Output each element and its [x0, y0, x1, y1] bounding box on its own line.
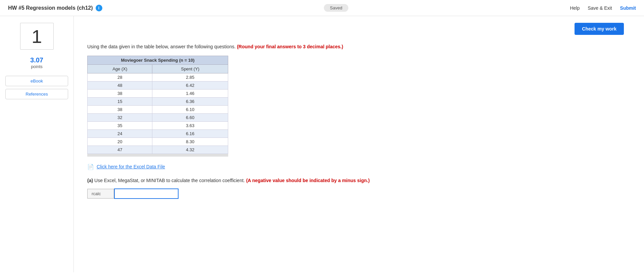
spent-cell: 3.63 [152, 122, 228, 130]
data-table: Moviegoer Snack Spending (n = 10) Age (X… [87, 56, 228, 154]
ebook-button[interactable]: eBook [5, 76, 68, 86]
question-intro: Using the data given in the table below,… [87, 43, 631, 50]
age-cell: 35 [88, 122, 152, 130]
excel-link-row: 📄 Click here for the Excel Data File [87, 163, 631, 170]
info-icon[interactable]: i [96, 5, 102, 11]
age-cell: 24 [88, 130, 152, 138]
table-row: 353.63 [88, 122, 228, 130]
check-my-work-button[interactable]: Check my work [575, 23, 624, 35]
header: HW #5 Regression models (ch12) i Saved H… [0, 0, 644, 16]
excel-icon: 📄 [87, 163, 94, 170]
part-a-text: (a) Use Excel, MegaStat, or MINITAB to c… [87, 177, 631, 184]
col2-header: Spent (Y) [152, 65, 228, 73]
header-right: Help Save & Exit Submit [570, 5, 636, 11]
input-row: rcalc [87, 188, 631, 199]
main-container: 1 3.07 points eBook References Check my … [0, 16, 644, 272]
saved-badge: Saved [324, 4, 348, 12]
table-title: Moviegoer Snack Spending (n = 10) [88, 56, 228, 65]
spent-cell: 2.85 [152, 73, 228, 81]
age-cell: 48 [88, 81, 152, 90]
spent-cell: 6.10 [152, 106, 228, 114]
help-link[interactable]: Help [570, 5, 580, 11]
table-row: 381.46 [88, 90, 228, 98]
col1-header: Age (X) [88, 65, 152, 73]
save-exit-link[interactable]: Save & Exit [588, 5, 612, 11]
spent-cell: 8.30 [152, 138, 228, 146]
age-cell: 32 [88, 114, 152, 122]
spent-cell: 4.32 [152, 146, 228, 154]
table-row: 156.36 [88, 98, 228, 106]
header-center: Saved [102, 4, 570, 12]
table-row: 474.32 [88, 146, 228, 154]
spent-cell: 6.60 [152, 114, 228, 122]
age-cell: 28 [88, 73, 152, 81]
part-a-red-note: (A negative value should be indicated by… [246, 178, 369, 183]
rcalc-input[interactable] [114, 188, 179, 199]
question-number-box: 1 [20, 23, 54, 50]
age-cell: 20 [88, 138, 152, 146]
table-row: 486.42 [88, 81, 228, 90]
submit-link[interactable]: Submit [620, 5, 636, 11]
age-cell: 38 [88, 106, 152, 114]
spent-cell: 6.16 [152, 130, 228, 138]
spent-cell: 6.42 [152, 81, 228, 90]
header-title: HW #5 Regression models (ch12) i [8, 5, 102, 11]
points-value: 3.07 [30, 56, 43, 64]
part-a-main-text: Use Excel, MegaStat, or MINITAB to calcu… [94, 178, 245, 183]
table-row: 282.85 [88, 73, 228, 81]
content-area: Check my work Using the data given in th… [74, 16, 644, 272]
references-button[interactable]: References [5, 89, 68, 99]
spent-cell: 1.46 [152, 90, 228, 98]
table-row: 386.10 [88, 106, 228, 114]
table-row: 208.30 [88, 138, 228, 146]
age-cell: 38 [88, 90, 152, 98]
question-number: 1 [32, 25, 42, 47]
part-a-label: (a) [87, 178, 93, 183]
round-note: (Round your final answers to 3 decimal p… [237, 44, 343, 49]
spent-cell: 6.36 [152, 98, 228, 106]
sidebar: 1 3.07 points eBook References [0, 16, 74, 272]
points-label: points [31, 64, 43, 69]
table-scrollbar [87, 154, 228, 157]
excel-link[interactable]: Click here for the Excel Data File [97, 164, 165, 169]
assignment-title: HW #5 Regression models (ch12) [8, 5, 93, 11]
input-label: rcalc [87, 189, 114, 199]
table-row: 246.16 [88, 130, 228, 138]
age-cell: 15 [88, 98, 152, 106]
age-cell: 47 [88, 146, 152, 154]
data-table-container: Moviegoer Snack Spending (n = 10) Age (X… [87, 56, 631, 157]
table-row: 326.60 [88, 114, 228, 122]
